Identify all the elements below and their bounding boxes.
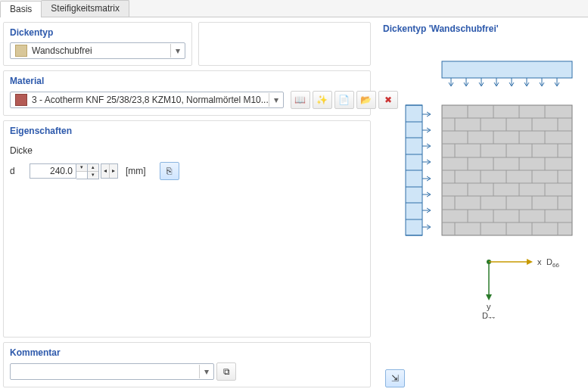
dicke-input[interactable]: 240.0 <box>30 163 76 179</box>
chevron-down-icon[interactable]: ▾ <box>199 365 213 378</box>
star-icon: ✨ <box>316 95 328 105</box>
book-icon: 📖 <box>294 95 306 105</box>
svg-marker-84 <box>527 259 533 265</box>
panel-material: Material 3 - Acotherm KNF 25/38/23,8 KZM… <box>3 70 371 116</box>
expand-icon: ⇲ <box>391 373 399 384</box>
panel-title: Dickentyp <box>10 27 185 38</box>
panel-title: Kommentar <box>10 347 364 358</box>
panel-empty-top <box>198 22 371 66</box>
attach-icon: ⎘ <box>166 166 172 176</box>
panel-kommentar: Kommentar ▾ ⧉ <box>3 342 371 387</box>
svg-text:D66: D66 <box>546 257 559 269</box>
svg-rect-0 <box>442 61 572 78</box>
panel-dickentyp: Dickentyp Wandschubfrei ▾ <box>3 22 192 66</box>
open-button[interactable]: 📂 <box>356 91 376 109</box>
dickentyp-value: Wandschubfrei <box>32 45 170 56</box>
favorite-button[interactable]: ✨ <box>313 91 332 109</box>
down-icon[interactable]: ▾ <box>88 172 98 179</box>
up-icon[interactable]: ▴ <box>88 164 98 172</box>
panel-eigenschaften: Eigenschaften Dicke d 240.0 ▾. ▴▾ ◂▸ [mm… <box>3 120 371 338</box>
chevron-down-icon[interactable]: ▾ <box>269 93 283 107</box>
axis-x-label: x <box>537 257 542 266</box>
swatch-icon <box>15 45 27 57</box>
tab-basis[interactable]: Basis <box>0 1 42 17</box>
dicke-unit: [mm] <box>126 166 146 176</box>
dicke-stepper[interactable]: ◂▸ <box>101 163 118 179</box>
new-button[interactable]: 📄 <box>334 91 354 109</box>
preview-canvas: x D66 y D77 <box>383 39 580 319</box>
panel-title: Material <box>10 76 364 86</box>
open-icon: 📂 <box>360 95 372 105</box>
dickentyp-combo[interactable]: Wandschubfrei ▾ <box>10 42 185 59</box>
dicke-attach-button[interactable]: ⎘ <box>160 162 179 180</box>
preview-expand-button[interactable]: ⇲ <box>385 369 405 387</box>
dicke-symbol: d <box>10 166 30 176</box>
material-value: 3 - Acotherm KNF 25/38/23,8 KZM10, Norma… <box>32 95 269 105</box>
new-icon: 📄 <box>338 95 350 105</box>
axis-y-label: y <box>487 302 491 311</box>
material-combo[interactable]: 3 - Acotherm KNF 25/38/23,8 KZM10, Norma… <box>10 92 284 108</box>
kommentar-copy-button[interactable]: ⧉ <box>216 362 236 381</box>
swatch-icon <box>15 94 27 106</box>
copy-icon: ⧉ <box>223 366 230 377</box>
panel-title: Eigenschaften <box>10 126 364 136</box>
library-button[interactable]: 📖 <box>291 91 310 109</box>
dicke-label: Dicke <box>10 145 364 156</box>
left-icon[interactable]: ◂ <box>101 164 110 178</box>
chevron-down-icon[interactable]: ▾ <box>76 164 87 172</box>
preview-title: Dickentyp 'Wandschubfrei' <box>383 23 583 34</box>
svg-marker-86 <box>486 294 492 300</box>
svg-text:D77: D77 <box>482 311 495 319</box>
tabs: Basis Steifigkeitsmatrix <box>0 0 588 17</box>
tab-steifigkeitsmatrix[interactable]: Steifigkeitsmatrix <box>41 0 129 17</box>
chevron-down-icon[interactable]: ▾ <box>170 44 185 58</box>
kommentar-combo[interactable]: ▾ <box>10 363 214 380</box>
dicke-spinner[interactable]: ▴▾ <box>88 163 99 179</box>
right-icon[interactable]: ▸ <box>110 164 117 178</box>
dicke-dropdown[interactable]: ▾. <box>76 163 88 179</box>
